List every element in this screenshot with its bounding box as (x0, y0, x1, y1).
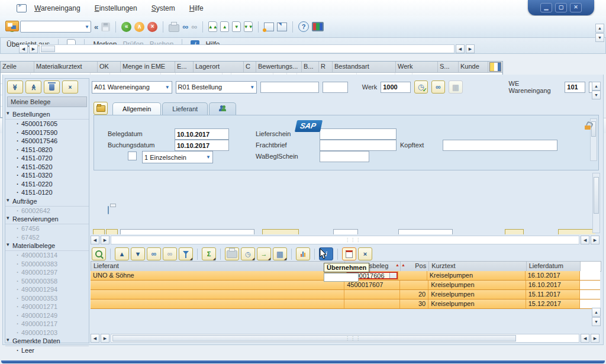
tree-item[interactable]: 5000000358 (5, 277, 89, 286)
tab-allgemein[interactable]: Allgemein (112, 102, 161, 115)
column-header-lieferdatum[interactable]: Lieferdatum (527, 262, 581, 271)
sum-icon[interactable]: Σ◢ (202, 247, 216, 260)
posting-date-field[interactable]: 10.10.2017 (175, 140, 229, 151)
column-header[interactable]: Bewertungs... (256, 62, 302, 72)
find-next-icon[interactable]: ∞ (163, 247, 177, 260)
details-icon[interactable] (92, 247, 106, 260)
export-icon[interactable]: →◢ (257, 247, 271, 260)
tree-item[interactable]: 4900001249 (5, 311, 89, 320)
save-icon[interactable] (101, 22, 110, 31)
delivery-note-field[interactable] (320, 128, 397, 140)
splitter-scrollbar[interactable]: ◀ ▶ ⋮⋮⋮ ◀ ▶ (91, 236, 599, 244)
tree-item[interactable]: 4900001217 (5, 320, 89, 328)
tree-group-bestellungen[interactable]: Bestellungen (5, 110, 89, 120)
vertical-scrollbar[interactable] (592, 173, 600, 233)
maximize-button[interactable]: ▢ (555, 3, 567, 12)
tree-item[interactable]: 4900001203 (5, 328, 89, 337)
scroll-right-icon[interactable]: ▶ (101, 334, 109, 343)
system-menu-icon[interactable] (17, 4, 27, 12)
menu-hilfe[interactable]: Hilfe (189, 4, 204, 12)
table-settings-icon[interactable] (489, 62, 501, 72)
tree-item[interactable]: 4151-0320 (5, 171, 89, 180)
find-purchase-order-icon[interactable]: ∞ (431, 80, 445, 94)
column-header[interactable]: Kunde (459, 62, 488, 72)
menu-wareneingang[interactable]: Wareneingang (34, 4, 80, 12)
views-icon[interactable]: ◷◢ (241, 247, 255, 260)
column-header-kurztext[interactable]: Kurztext (429, 262, 527, 271)
table-row[interactable]: 20 Kreiselpumpen 15.11.2017 (91, 290, 600, 299)
minimize-button[interactable]: ▁ (540, 3, 552, 12)
tree-item[interactable]: 60002642 (5, 207, 89, 215)
tree-item[interactable]: 4500017546 (5, 137, 89, 146)
column-header-lieferant[interactable]: Lieferant▲ (91, 262, 345, 271)
collapse-all-icon[interactable]: ≫ (25, 80, 41, 94)
scroll-right-icon[interactable]: ▶ (591, 334, 599, 343)
column-header[interactable]: Menge in EME (121, 62, 175, 72)
scroll-track[interactable]: ⋮⋮⋮ (111, 334, 579, 343)
command-dropdown-icon[interactable]: ▼ (85, 24, 89, 30)
find-icon[interactable]: ∞ (182, 22, 188, 31)
column-header[interactable]: Bestandsart (333, 62, 396, 72)
scroll-track[interactable] (39, 44, 454, 53)
tree-item[interactable]: 4900001314 (5, 251, 89, 260)
layout-icon[interactable]: ▦◢ (273, 247, 287, 260)
column-header[interactable]: E... (175, 62, 194, 72)
scroll-down-icon[interactable]: ▼ (592, 317, 601, 326)
delete-icon[interactable] (44, 80, 60, 94)
close-grid-icon[interactable]: × (358, 247, 372, 260)
column-header[interactable]: S... (438, 62, 459, 72)
print-icon[interactable] (225, 247, 239, 260)
scroll-right-icon[interactable]: ▶ (101, 236, 109, 244)
scroll-down-icon[interactable]: ▼ (592, 91, 601, 99)
new-session-icon[interactable] (264, 22, 274, 31)
reference-select[interactable]: R01 Bestellung▼ (176, 81, 257, 94)
po-table-hscrollbar[interactable]: ◀ ▶ ⋮⋮⋮ ◀ ▶ (91, 334, 599, 343)
tree-item[interactable]: 4151-0820 (5, 146, 89, 154)
scroll-left-icon[interactable]: ◀ (19, 44, 28, 53)
scroll-up-icon[interactable]: ▲ (595, 24, 604, 33)
tree-item[interactable]: 4151-0720 (5, 154, 89, 163)
scroll-down-icon[interactable]: ▼ (595, 33, 604, 42)
tree-item[interactable]: 4900001271 (5, 302, 89, 311)
find-next-icon[interactable]: ∞ (191, 22, 197, 31)
tree-item[interactable]: 4151-0520 (5, 163, 89, 172)
adopt-icon[interactable] (342, 247, 356, 260)
tree-item[interactable]: 5000000353 (5, 294, 89, 303)
scroll-track[interactable]: ⋮⋮⋮ (111, 236, 579, 244)
tree-group-auftraege[interactable]: Aufträge (5, 197, 89, 207)
slip-type-select[interactable]: 1 Einzelschein▼ (142, 151, 213, 163)
gui-settings-icon[interactable] (312, 22, 324, 31)
up-icon[interactable]: ∧ (134, 22, 144, 32)
matchcode-icon[interactable] (389, 272, 397, 279)
print-icon[interactable] (169, 24, 179, 32)
execute-icon[interactable]: ◷ (414, 80, 428, 94)
bill-of-lading-field[interactable] (320, 140, 397, 151)
action-select[interactable]: A01 Wareneingang▼ (92, 81, 172, 94)
tree-item[interactable]: 4151-0220 (5, 180, 89, 189)
close-button[interactable]: ✕ (570, 3, 582, 12)
goods-slip-field[interactable] (320, 151, 369, 162)
close-header-icon[interactable] (94, 102, 108, 115)
tree-item[interactable]: Leer (5, 346, 89, 355)
tree-item[interactable]: 67452 (5, 233, 89, 242)
column-header[interactable]: Materialkurztext (34, 62, 98, 72)
print-slip-icon[interactable] (108, 206, 109, 214)
tree-group-reservierungen[interactable]: Reservierungen (5, 215, 89, 224)
tree-group-materialbelege[interactable]: Materialbelege (5, 241, 89, 251)
scroll-up-icon[interactable]: ▲ (592, 308, 601, 317)
tree-group-gemerkte-daten[interactable]: Gemerkte Daten (5, 337, 89, 346)
document-year-field[interactable] (323, 82, 348, 93)
tree-item[interactable]: 5000000383 (5, 260, 89, 269)
movement-type-field[interactable]: 101 (565, 82, 585, 93)
items-hscrollbar[interactable]: ◀ ▶ ◀ ▶ (19, 44, 481, 53)
next-page-icon[interactable]: ▼ (232, 21, 241, 32)
tree-item[interactable]: 4500017605 (5, 120, 89, 128)
last-page-icon[interactable]: ▼▼ (244, 21, 253, 32)
tree-item[interactable]: 4900001294 (5, 285, 89, 294)
scroll-right-icon[interactable]: ▶ (466, 44, 475, 53)
chart-icon[interactable] (296, 247, 310, 260)
column-header[interactable]: OK (98, 62, 121, 72)
tab-lieferant[interactable]: Lieferant (162, 102, 208, 115)
header-text-field[interactable] (443, 140, 557, 151)
find-icon[interactable]: ∞ (147, 247, 161, 260)
